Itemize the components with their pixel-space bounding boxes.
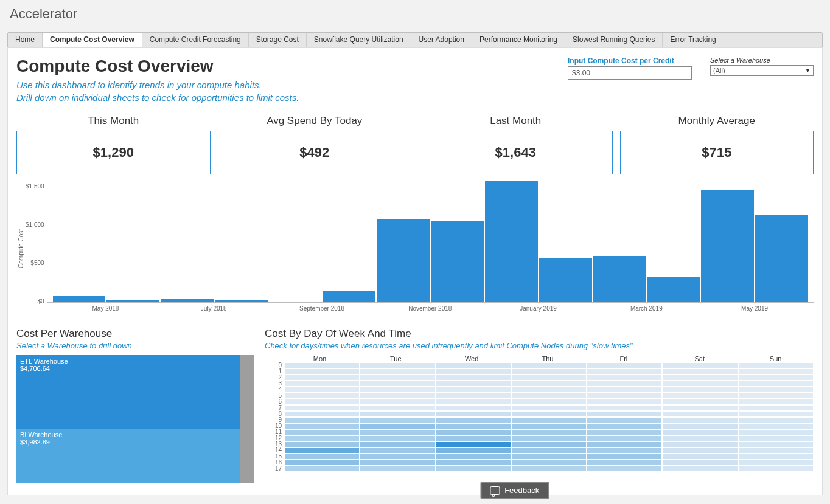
- heat-cell[interactable]: [436, 447, 511, 454]
- bar[interactable]: [755, 215, 808, 302]
- heat-cell[interactable]: [738, 393, 814, 399]
- tab-compute-cost-overview[interactable]: Compute Cost Overview: [43, 33, 142, 47]
- heat-cell[interactable]: [360, 429, 435, 435]
- heat-cell[interactable]: [587, 399, 662, 405]
- treemap[interactable]: ETL Warehouse $4,706.64 BI Warehouse $3,…: [16, 355, 254, 483]
- heat-cell[interactable]: [284, 381, 360, 387]
- heat-cell[interactable]: [738, 399, 814, 405]
- heat-cell[interactable]: [360, 460, 435, 466]
- heat-cell[interactable]: [738, 417, 814, 423]
- heat-cell[interactable]: [738, 387, 814, 393]
- bar-plot[interactable]: [47, 181, 814, 303]
- heat-cell[interactable]: [511, 447, 587, 454]
- heat-cell[interactable]: [284, 417, 360, 423]
- heat-cell[interactable]: [360, 466, 435, 472]
- tab-slowest-running-queries[interactable]: Slowest Running Queries: [565, 33, 663, 47]
- heat-cell[interactable]: [511, 454, 587, 460]
- heat-cell[interactable]: [662, 375, 738, 381]
- heat-cell[interactable]: [587, 381, 662, 387]
- heat-cell[interactable]: [511, 460, 587, 466]
- heat-cell[interactable]: [436, 423, 511, 429]
- heat-cell[interactable]: [284, 423, 360, 429]
- heat-cell[interactable]: [511, 423, 587, 429]
- heat-cell[interactable]: [662, 387, 738, 393]
- heat-cell[interactable]: [662, 368, 738, 375]
- treemap-tile-etl[interactable]: ETL Warehouse $4,706.64: [16, 355, 240, 429]
- bar[interactable]: [539, 258, 592, 302]
- heat-cell[interactable]: [587, 460, 662, 466]
- treemap-tile-bi[interactable]: BI Warehouse $3,982.89: [16, 429, 240, 483]
- bar[interactable]: [485, 181, 538, 302]
- heat-cell[interactable]: [360, 441, 435, 447]
- heat-cell[interactable]: [587, 387, 662, 393]
- cost-per-credit-input[interactable]: $3.00: [568, 66, 692, 80]
- heat-cell[interactable]: [587, 466, 662, 472]
- feedback-button[interactable]: Feedback: [480, 482, 549, 499]
- heat-cell[interactable]: [284, 429, 360, 435]
- heat-cell[interactable]: [738, 435, 814, 441]
- heat-cell[interactable]: [284, 368, 360, 375]
- heat-cell[interactable]: [662, 399, 738, 405]
- bar[interactable]: [269, 302, 322, 302]
- heat-cell[interactable]: [738, 466, 814, 472]
- heat-cell[interactable]: [662, 454, 738, 460]
- heat-cell[interactable]: [436, 393, 511, 399]
- bar[interactable]: [701, 190, 754, 302]
- heat-cell[interactable]: [511, 387, 587, 393]
- heat-cell[interactable]: [662, 405, 738, 411]
- heat-cell[interactable]: [284, 441, 360, 447]
- heat-cell[interactable]: [284, 393, 360, 399]
- heat-cell[interactable]: [436, 405, 511, 411]
- heat-cell[interactable]: [662, 362, 738, 368]
- heat-cell[interactable]: [511, 435, 587, 441]
- heat-cell[interactable]: [436, 362, 511, 368]
- heat-cell[interactable]: [284, 466, 360, 472]
- heat-cell[interactable]: [738, 460, 814, 466]
- bar[interactable]: [377, 219, 430, 302]
- heat-cell[interactable]: [284, 387, 360, 393]
- heat-cell[interactable]: [662, 466, 738, 472]
- heat-cell[interactable]: [436, 368, 511, 375]
- heat-cell[interactable]: [587, 429, 662, 435]
- heat-cell[interactable]: [587, 362, 662, 368]
- heat-cell[interactable]: [360, 405, 435, 411]
- heat-cell[interactable]: [284, 460, 360, 466]
- heat-cell[interactable]: [360, 375, 435, 381]
- warehouse-select[interactable]: (All) ▼: [710, 65, 814, 76]
- heat-cell[interactable]: [436, 387, 511, 393]
- heat-cell[interactable]: [284, 375, 360, 381]
- heat-cell[interactable]: [587, 435, 662, 441]
- heat-cell[interactable]: [587, 447, 662, 454]
- heat-cell[interactable]: [587, 393, 662, 399]
- heat-cell[interactable]: [284, 405, 360, 411]
- bar[interactable]: [593, 256, 646, 302]
- tab-compute-credit-forecasting[interactable]: Compute Credit Forecasting: [142, 33, 249, 47]
- heat-cell[interactable]: [738, 454, 814, 460]
- heat-cell[interactable]: [662, 447, 738, 454]
- heat-cell[interactable]: [284, 399, 360, 405]
- heat-cell[interactable]: [511, 375, 587, 381]
- heat-cell[interactable]: [738, 429, 814, 435]
- heat-cell[interactable]: [511, 362, 587, 368]
- tab-storage-cost[interactable]: Storage Cost: [249, 33, 307, 47]
- heat-cell[interactable]: [662, 393, 738, 399]
- heat-cell[interactable]: [284, 362, 360, 368]
- tab-user-adoption[interactable]: User Adoption: [411, 33, 472, 47]
- heat-cell[interactable]: [511, 399, 587, 405]
- heat-cell[interactable]: [360, 417, 435, 423]
- heat-cell[interactable]: [738, 362, 814, 368]
- heat-cell[interactable]: [360, 399, 435, 405]
- heat-cell[interactable]: [738, 381, 814, 387]
- heat-cell[interactable]: [511, 417, 587, 423]
- heat-cell[interactable]: [587, 375, 662, 381]
- bar[interactable]: [106, 300, 159, 302]
- tab-snowflake-query-utilization[interactable]: Snowflake Query Utilization: [307, 33, 411, 47]
- heat-cell[interactable]: [511, 466, 587, 472]
- heat-cell[interactable]: [511, 441, 587, 447]
- heat-cell[interactable]: [436, 466, 511, 472]
- heat-cell[interactable]: [587, 454, 662, 460]
- heat-cell[interactable]: [360, 368, 435, 375]
- heat-cell[interactable]: [436, 429, 511, 435]
- heat-cell[interactable]: [738, 375, 814, 381]
- heat-cell[interactable]: [284, 411, 360, 417]
